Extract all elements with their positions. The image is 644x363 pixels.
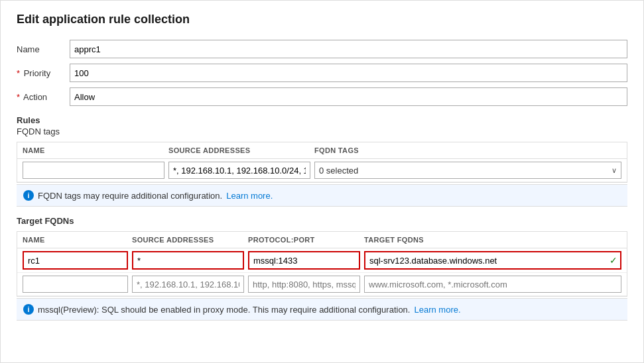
target-row1-target-cell: ✓	[364, 251, 621, 270]
fqdn-col-src-header: SOURCE ADDRESSES	[168, 146, 314, 154]
target-row2-name-input[interactable]	[23, 276, 128, 293]
target-fqdns-section-label: Target FQDNs	[17, 216, 627, 226]
target-info-icon: i	[23, 304, 34, 315]
target-row1-name-input[interactable]	[24, 252, 143, 268]
name-label: Name	[17, 44, 70, 54]
fqdn-tags-table: NAME SOURCE ADDRESSES FQDN TAGS 0 select…	[17, 142, 627, 183]
fqdn-col-name-header: NAME	[23, 146, 168, 154]
target-info-text: mssql(Preview): SQL should be enabled in…	[38, 305, 410, 315]
target-row1-proto-cell: ✓	[248, 251, 364, 270]
fqdn-row1-tags-dropdown[interactable]: 0 selected ∨	[314, 162, 621, 179]
target-col-target-header: TARGET FQDNS	[364, 236, 627, 244]
target-learn-more-link[interactable]: Learn more.	[414, 305, 460, 315]
action-label: * Action	[17, 92, 70, 102]
target-row2-proto-input[interactable]	[248, 276, 360, 293]
page-title: Edit application rule collection	[17, 13, 627, 26]
fqdn-row1-tags-cell: 0 selected ∨	[314, 162, 621, 179]
target-row2-name-cell	[23, 276, 132, 293]
target-row2-proto-cell	[248, 276, 364, 293]
fqdn-tags-label: FQDN tags	[17, 127, 627, 136]
fqdn-row1-src-cell	[168, 162, 314, 179]
fqdn-col-tags-header: FQDN TAGS	[314, 146, 627, 154]
action-required-star: *	[17, 92, 20, 102]
target-fqdns-table: NAME SOURCE ADDRESSES PROTOCOL:PORT TARG…	[17, 231, 627, 297]
target-col-src-header: SOURCE ADDRESSES	[132, 236, 248, 244]
priority-required-star: *	[17, 68, 20, 78]
fqdn-info-bar: i FQDN tags may require additional confi…	[17, 184, 627, 207]
target-table-row-1: ✓ ✓ ✓ ✓	[17, 248, 627, 273]
fqdn-learn-more-link[interactable]: Learn more.	[226, 191, 273, 201]
target-row1-src-cell: ✓	[132, 251, 248, 270]
target-row1-name-cell: ✓	[23, 251, 132, 270]
target-row1-target-input[interactable]	[365, 252, 607, 268]
target-row1-target-wrapper: ✓	[364, 251, 621, 270]
fqdn-row1-tags-value: 0 selected	[319, 166, 612, 176]
priority-label: * Priority	[17, 68, 70, 78]
fqdn-row1-name-cell	[23, 162, 168, 179]
target-row2-src-input[interactable]	[132, 276, 244, 293]
rules-section-label: Rules	[17, 115, 627, 125]
target-col-name-header: NAME	[23, 236, 132, 244]
target-row1-proto-wrapper: ✓	[248, 251, 360, 270]
fqdn-info-icon: i	[23, 190, 34, 201]
name-input[interactable]	[70, 40, 627, 58]
target-table-header: NAME SOURCE ADDRESSES PROTOCOL:PORT TARG…	[17, 232, 627, 248]
fqdn-table-row-1: 0 selected ∨	[17, 159, 627, 182]
target-row1-src-input[interactable]	[133, 252, 253, 268]
action-input[interactable]	[70, 87, 627, 106]
target-row1-src-wrapper: ✓	[132, 251, 244, 270]
target-row2-target-input[interactable]	[364, 276, 621, 293]
target-col-proto-header: PROTOCOL:PORT	[248, 236, 364, 244]
fqdn-row1-name-input[interactable]	[23, 162, 164, 179]
target-row2-target-cell	[364, 276, 621, 293]
fqdn-row1-src-input[interactable]	[168, 162, 310, 179]
target-table-row-2	[17, 273, 627, 296]
target-row1-target-check-icon: ✓	[607, 255, 620, 266]
fqdn-dropdown-arrow-icon: ∨	[612, 166, 617, 175]
target-row1-name-wrapper: ✓	[23, 251, 128, 270]
target-info-bar: i mssql(Preview): SQL should be enabled …	[17, 298, 627, 321]
target-row1-proto-input[interactable]	[249, 252, 369, 268]
fqdn-info-text: FQDN tags may require additional configu…	[38, 191, 222, 201]
fqdn-table-header: NAME SOURCE ADDRESSES FQDN TAGS	[17, 142, 627, 159]
priority-input[interactable]	[70, 64, 627, 82]
target-row2-src-cell	[132, 276, 248, 293]
